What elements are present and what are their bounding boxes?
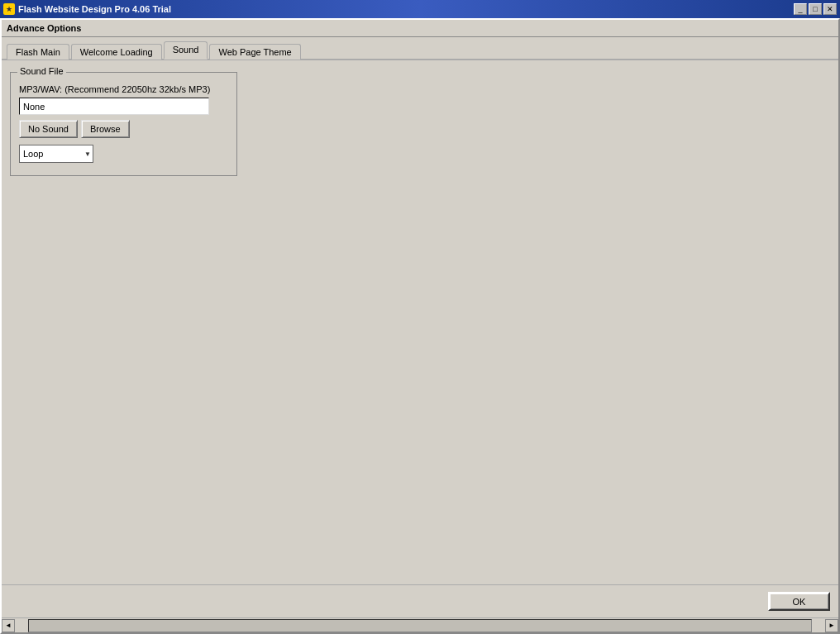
tab-bar: Flash Main Welcome Loading Sound Web Pag… xyxy=(2,37,838,60)
no-sound-button[interactable]: No Sound xyxy=(19,120,78,138)
scroll-right-arrow[interactable]: ► xyxy=(825,619,838,632)
menu-title: Advance Options xyxy=(7,23,81,33)
tab-welcome-loading[interactable]: Welcome Loading xyxy=(71,44,162,60)
title-bar: ★ Flash Website Design Pro 4.06 Trial _ … xyxy=(0,0,840,18)
sound-file-input[interactable] xyxy=(19,98,209,115)
scroll-left-arrow[interactable]: ◄ xyxy=(2,619,15,632)
sound-file-group: Sound File MP3/WAV: (Recommend 22050hz 3… xyxy=(10,72,237,176)
tab-web-page-theme[interactable]: Web Page Theme xyxy=(209,44,300,60)
title-bar-left: ★ Flash Website Design Pro 4.06 Trial xyxy=(3,3,171,15)
scroll-track[interactable] xyxy=(28,619,812,632)
file-type-label: MP3/WAV: (Recommend 22050hz 32kb/s MP3) xyxy=(19,84,228,94)
minimize-button[interactable]: _ xyxy=(794,3,807,15)
content-area: Sound File MP3/WAV: (Recommend 22050hz 3… xyxy=(2,60,838,584)
close-button[interactable]: ✕ xyxy=(823,3,837,15)
loop-select[interactable]: Loop Once No Loop xyxy=(19,145,93,163)
group-box-legend: Sound File xyxy=(17,66,66,76)
menu-bar: Advance Options xyxy=(2,20,838,37)
tab-flash-main[interactable]: Flash Main xyxy=(7,44,69,60)
ok-button[interactable]: OK xyxy=(768,592,830,611)
sound-button-row: No Sound Browse xyxy=(19,120,228,138)
title-text: Flash Website Design Pro 4.06 Trial xyxy=(18,4,171,14)
bottom-bar: OK xyxy=(2,584,838,617)
title-bar-controls: _ □ ✕ xyxy=(794,3,837,15)
app-icon: ★ xyxy=(3,3,15,15)
loop-control: Loop Once No Loop xyxy=(19,145,228,163)
browse-button[interactable]: Browse xyxy=(81,120,130,138)
scrollbar-area: ◄ ► xyxy=(2,617,838,632)
tab-sound[interactable]: Sound xyxy=(164,41,208,60)
loop-select-wrapper: Loop Once No Loop xyxy=(19,145,93,163)
maximize-button[interactable]: □ xyxy=(809,3,822,15)
main-window: Advance Options Flash Main Welcome Loadi… xyxy=(0,18,840,634)
